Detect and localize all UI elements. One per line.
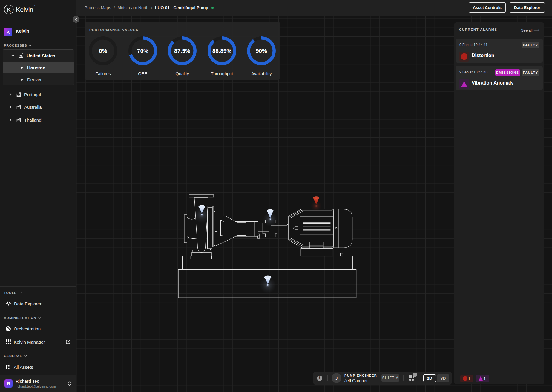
svg-text:K: K	[7, 7, 11, 13]
svg-text:Kelvin: Kelvin	[16, 6, 33, 13]
svg-text:70%: 70%	[137, 48, 148, 54]
svg-text:90%: 90%	[256, 48, 267, 54]
svg-text:88.89%: 88.89%	[212, 48, 232, 54]
svg-text:87.5%: 87.5%	[174, 48, 190, 54]
svg-text:°: °	[34, 5, 35, 8]
svg-text:0%: 0%	[99, 48, 107, 54]
